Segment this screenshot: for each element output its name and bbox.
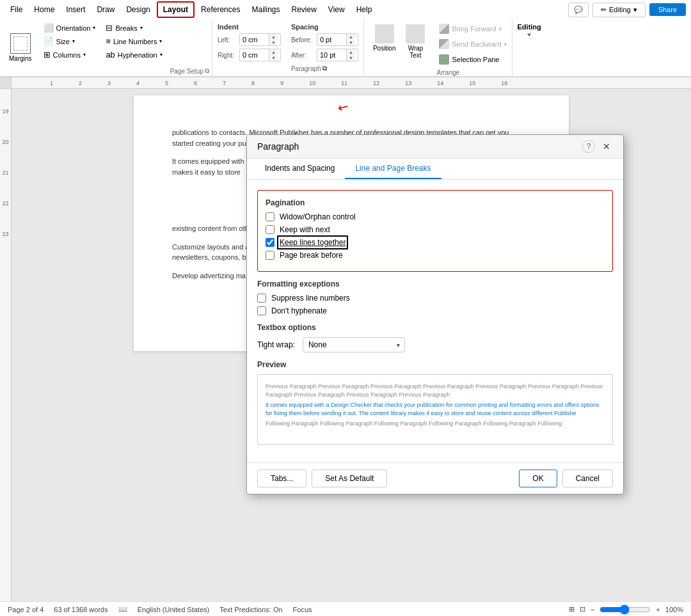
tight-wrap-select[interactable]: None First and last lines All except fir… bbox=[303, 337, 405, 352]
preview-current-text: It comes equipped with a Design Checker … bbox=[266, 401, 605, 417]
dialog-body: Pagination Widow/Orphan control Keep wit… bbox=[247, 180, 623, 462]
dont-hyphenate-row: Don't hyphenate bbox=[257, 306, 613, 315]
set-as-default-button[interactable]: Set As Default bbox=[312, 470, 387, 487]
dialog-title-bar: Paragraph ? ✕ bbox=[247, 135, 623, 159]
preview-prev-text: Previous Paragraph Previous Paragraph Pr… bbox=[266, 383, 605, 399]
suppress-row: Suppress line numbers bbox=[257, 294, 613, 303]
suppress-checkbox[interactable] bbox=[257, 294, 266, 303]
dialog-footer: Tabs... Set As Default OK Cancel bbox=[247, 462, 623, 494]
pagination-section: Pagination Widow/Orphan control Keep wit… bbox=[257, 190, 613, 272]
tab-line-page-breaks[interactable]: Line and Page Breaks bbox=[345, 159, 441, 179]
dialog-close-button[interactable]: ✕ bbox=[600, 140, 613, 153]
keep-lines-row: Keep lines together bbox=[266, 238, 605, 247]
dont-hyphenate-checkbox[interactable] bbox=[257, 306, 266, 315]
preview-section: Preview Previous Paragraph Previous Para… bbox=[257, 360, 613, 445]
formatting-exceptions-title: Formatting exceptions bbox=[257, 280, 613, 288]
dialog-tabs: Indents and Spacing Line and Page Breaks bbox=[247, 159, 623, 180]
red-arrow-1: ↙ bbox=[335, 97, 352, 116]
widow-orphan-checkbox[interactable] bbox=[266, 212, 274, 221]
dialog-overlay: Paragraph ? ✕ Indents and Spacing Line a… bbox=[0, 0, 691, 616]
tabs-button[interactable]: Tabs... bbox=[257, 470, 306, 487]
tight-wrap-label: Tight wrap: bbox=[257, 340, 295, 349]
cancel-button[interactable]: Cancel bbox=[562, 470, 613, 487]
textbox-options-section: Textbox options Tight wrap: None First a… bbox=[257, 323, 613, 352]
widow-orphan-label[interactable]: Widow/Orphan control bbox=[280, 212, 356, 221]
keep-next-row: Keep with next bbox=[266, 225, 605, 234]
keep-lines-label[interactable]: Keep lines together bbox=[280, 238, 346, 247]
page-break-label[interactable]: Page break before bbox=[280, 251, 343, 260]
preview-next-text: Following Paragraph Following Paragraph … bbox=[266, 420, 605, 428]
ok-button[interactable]: OK bbox=[519, 470, 557, 487]
dont-hyphenate-label[interactable]: Don't hyphenate bbox=[271, 306, 327, 315]
page-break-checkbox[interactable] bbox=[266, 251, 274, 260]
tab-indents-spacing[interactable]: Indents and Spacing bbox=[255, 159, 345, 179]
keep-next-checkbox[interactable] bbox=[266, 225, 274, 234]
keep-lines-checkbox[interactable] bbox=[266, 238, 274, 247]
dialog-controls: ? ✕ bbox=[582, 140, 613, 153]
textbox-options-title: Textbox options bbox=[257, 323, 613, 332]
page-break-row: Page break before bbox=[266, 251, 605, 260]
paragraph-dialog: Paragraph ? ✕ Indents and Spacing Line a… bbox=[246, 134, 624, 494]
keep-next-label[interactable]: Keep with next bbox=[280, 225, 330, 234]
tight-wrap-row: Tight wrap: None First and last lines Al… bbox=[257, 337, 613, 352]
widow-orphan-row: Widow/Orphan control bbox=[266, 212, 605, 221]
suppress-label[interactable]: Suppress line numbers bbox=[271, 294, 350, 303]
dialog-help-button[interactable]: ? bbox=[582, 140, 595, 153]
preview-title: Preview bbox=[257, 360, 613, 369]
tight-wrap-select-wrapper: None First and last lines All except fir… bbox=[303, 337, 405, 352]
preview-box: Previous Paragraph Previous Paragraph Pr… bbox=[257, 374, 613, 445]
formatting-exceptions-section: Formatting exceptions Suppress line numb… bbox=[257, 280, 613, 315]
pagination-title: Pagination bbox=[266, 198, 605, 207]
dialog-title: Paragraph bbox=[257, 141, 299, 152]
